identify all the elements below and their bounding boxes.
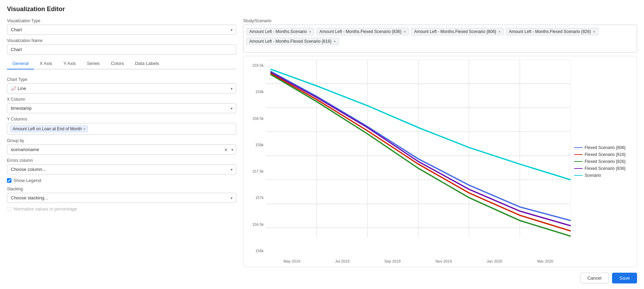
x-label-3: Nov 2019	[436, 259, 452, 263]
scenario-tag-0: Amount Left - Months.Scenario ×	[246, 28, 314, 35]
legend-item-3: Flexed Scenario {836}	[574, 166, 633, 171]
y-columns-label: Y Columns	[7, 117, 236, 122]
viz-name-label: Visualization Name	[7, 38, 236, 43]
scenario-tag-3: Amount Left - Months.Flexed Scenario {82…	[506, 28, 598, 35]
y-label-3: 158k	[247, 143, 264, 147]
viz-type-select[interactable]: Chart Table Map	[7, 25, 236, 35]
y-column-tag: Amount Left on Loan at End of Month ×	[10, 125, 88, 132]
scenario-tag-close-3[interactable]: ×	[593, 30, 595, 34]
normalize-checkbox[interactable]	[7, 207, 11, 211]
show-legend-row: Show Legend	[7, 178, 236, 183]
scenario-tag-close-2[interactable]: ×	[498, 30, 501, 34]
y-label-6: 156.5k	[247, 222, 264, 226]
x-label-4: Jan 2020	[487, 259, 502, 263]
group-by-label: Group by	[7, 138, 236, 143]
stacking-label: Stacking	[7, 187, 236, 191]
stacking-select[interactable]: Choose stacking...	[7, 193, 236, 203]
bottom-bar: Cancel Save	[243, 267, 637, 283]
viz-name-input[interactable]	[7, 44, 236, 55]
scenario-tag-4: Amount Left - Months.Flexed Scenario {81…	[246, 38, 339, 45]
tab-yaxis[interactable]: Y Axis	[58, 58, 81, 69]
y-columns-input[interactable]: Amount Left on Loan at End of Month ×	[7, 123, 236, 135]
tab-colors[interactable]: Colors	[105, 58, 130, 69]
scenario-tag-close-4[interactable]: ×	[333, 39, 336, 43]
tab-series[interactable]: Series	[81, 58, 105, 69]
scenario-tag-close-0[interactable]: ×	[309, 30, 311, 34]
chart-type-label: Chart Type	[7, 77, 236, 82]
tab-general[interactable]: General	[7, 58, 34, 69]
normalize-row: Normalize values to percentage	[7, 206, 236, 212]
legend-item-2: Flexed Scenario {826}	[574, 159, 633, 164]
y-label-5: 157k	[247, 196, 264, 200]
legend-line-3	[574, 168, 583, 169]
errors-column-select[interactable]: Choose column...	[7, 164, 236, 174]
y-label-0: 159.5k	[247, 63, 264, 67]
group-by-clear[interactable]: ✕	[224, 147, 228, 152]
x-label-2: Sep 2019	[384, 259, 401, 263]
chart-type-select[interactable]: 📈 Line Bar Area	[7, 83, 236, 93]
legend-item-4: Scenario	[574, 173, 633, 178]
y-label-7: 156k	[247, 249, 264, 253]
chart-area: 159.5k 159k 158.5k 158k 157.5k 157k 156.…	[247, 60, 571, 263]
tab-xaxis[interactable]: X Axis	[34, 58, 58, 69]
scenario-tag-close-1[interactable]: ×	[404, 30, 406, 34]
legend-line-4	[574, 175, 583, 176]
x-label-0: May 2019	[283, 259, 300, 263]
x-column-label: X Column	[7, 97, 236, 102]
y-label-4: 157.5k	[247, 169, 264, 173]
x-column-select[interactable]: timestamp	[7, 103, 236, 113]
save-button[interactable]: Save	[612, 273, 637, 283]
study-scenario-box[interactable]: Amount Left - Months.Scenario × Amount L…	[243, 25, 637, 52]
chart-container: 159.5k 159k 158.5k 158k 157.5k 157k 156.…	[243, 56, 637, 267]
viz-type-label: Visualization Type	[7, 18, 236, 23]
scenario-tag-2: Amount Left - Months.Flexed Scenario {80…	[411, 28, 504, 35]
chart-legend: Flexed Scenario {806} Flexed Scenario {8…	[571, 60, 633, 263]
legend-line-1	[574, 154, 583, 155]
study-scenario-label: Study/Scenario	[243, 18, 637, 23]
tab-datalabels[interactable]: Data Labels	[130, 58, 165, 69]
legend-item-0: Flexed Scenario {806}	[574, 145, 633, 150]
scenario-tag-1: Amount Left - Months.Flexed Scenario {83…	[316, 28, 409, 35]
normalize-label: Normalize values to percentage	[14, 206, 77, 212]
chart-svg-area	[266, 60, 571, 253]
cancel-button[interactable]: Cancel	[580, 273, 609, 283]
y-column-tag-close[interactable]: ×	[83, 127, 85, 131]
show-legend-checkbox[interactable]	[7, 178, 11, 183]
x-label-5: Mar 2020	[537, 259, 553, 263]
legend-line-2	[574, 161, 583, 162]
x-label-1: Jul 2019	[335, 259, 350, 263]
page-title: Visualization Editor	[7, 6, 637, 13]
y-label-2: 158.5k	[247, 116, 264, 121]
y-axis-labels: 159.5k 159k 158.5k 158k 157.5k 157k 156.…	[247, 63, 264, 253]
group-by-select[interactable]: scenarioname	[7, 144, 236, 155]
legend-line-0	[574, 147, 583, 148]
show-legend-label: Show Legend	[14, 178, 41, 183]
x-axis-labels: May 2019 Jul 2019 Sep 2019 Nov 2019 Jan …	[266, 259, 571, 263]
legend-item-1: Flexed Scenario {816}	[574, 152, 633, 157]
settings-tabs: General X Axis Y Axis Series Colors Data…	[7, 58, 236, 69]
errors-column-label: Errors column	[7, 158, 236, 163]
y-label-1: 159k	[247, 90, 264, 94]
